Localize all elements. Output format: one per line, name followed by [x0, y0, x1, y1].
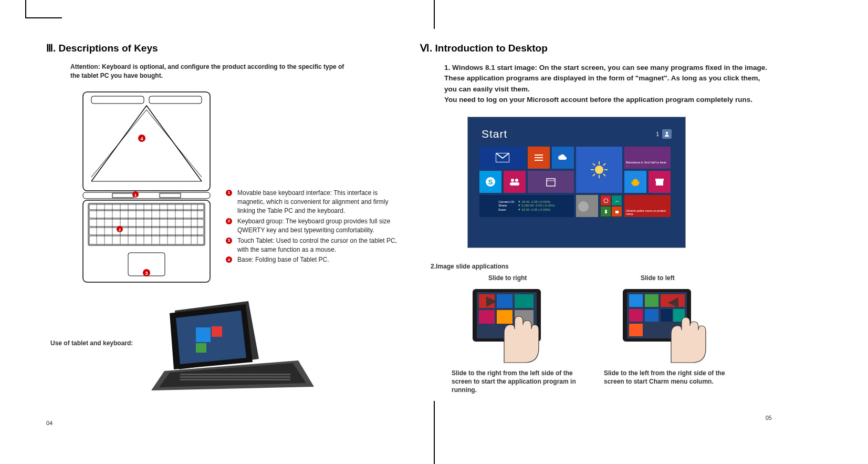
heading-desktop: Ⅵ. Introduction to Desktop [420, 42, 772, 54]
svg-rect-84 [497, 310, 513, 324]
slide-row: Slide to right [467, 274, 772, 395]
svg-rect-13 [89, 204, 204, 210]
tile-sports: Barcelona in 2nd half to beat ... [624, 147, 671, 169]
svg-rect-45 [196, 327, 211, 342]
tile-weather [576, 147, 622, 193]
keyboard-diagram: 4 1 [81, 90, 212, 284]
tile-smalls [600, 195, 622, 217]
start-title: Start [482, 128, 507, 140]
svg-rect-81 [497, 294, 513, 308]
svg-rect-41 [180, 379, 290, 380]
intro-text: 1. Windows 8.1 start image: On the start… [444, 63, 772, 105]
svg-rect-92 [629, 309, 643, 322]
svg-rect-82 [515, 294, 534, 308]
svg-rect-39 [180, 374, 290, 375]
svg-point-70 [578, 201, 589, 212]
svg-point-48 [666, 132, 668, 134]
svg-rect-89 [629, 294, 643, 307]
intro-para1: 1. Windows 8.1 start image: On the start… [444, 64, 767, 93]
svg-rect-15 [89, 219, 204, 226]
svg-rect-1 [91, 96, 144, 104]
svg-rect-17 [89, 236, 204, 244]
user-number: 1 [656, 131, 659, 137]
slide-right-illustration [467, 285, 562, 364]
svg-rect-93 [645, 309, 658, 322]
svg-text:1: 1 [134, 192, 137, 197]
svg-rect-0 [83, 92, 210, 191]
svg-point-60 [595, 166, 603, 174]
page-divider-top [434, 0, 435, 29]
svg-rect-76 [656, 180, 663, 185]
svg-point-73 [605, 210, 607, 212]
legend-1: Movable base keyboard interface: This in… [237, 189, 398, 216]
bullet-2: 2 [226, 218, 232, 224]
crop-mark-top-left [25, 0, 62, 18]
page-number-right: 05 [766, 415, 772, 421]
user-avatar-icon [662, 129, 672, 139]
svg-rect-46 [212, 326, 222, 337]
svg-rect-14 [89, 211, 204, 218]
diagram-legend: 1Movable base keyboard interface: This i… [226, 189, 398, 266]
slide-left-col: Slide to left [620, 274, 735, 395]
svg-text:3: 3 [145, 270, 148, 275]
user-badge: 1 [656, 129, 672, 139]
svg-rect-16 [89, 228, 204, 235]
bullet-4: 4 [226, 256, 232, 263]
tile-ie [624, 171, 646, 193]
tile-finance: Cement ChShareDoon ▼ 18.42 -2.08 (-0.92%… [479, 195, 574, 217]
tile-lines [528, 147, 550, 169]
svg-rect-40 [180, 376, 290, 378]
svg-marker-44 [176, 311, 246, 364]
bullet-3: 3 [226, 238, 232, 244]
tile-grid: S Cement ChShareDoon ▼ 18.42 -2.08 (-0.9… [468, 147, 685, 217]
svg-rect-77 [655, 179, 664, 181]
slide-right-title: Slide to right [488, 274, 583, 282]
legend-2: Keyboard group: The keyboard group provi… [237, 217, 398, 235]
svg-rect-96 [629, 324, 643, 336]
page-right: Ⅵ. Introduction to Desktop 1. Windows 8.… [420, 42, 772, 395]
svg-line-68 [593, 174, 595, 176]
slide-left-caption: Slide to the left from the right side of… [604, 369, 735, 386]
svg-text:S: S [488, 178, 493, 186]
tile-cloud [552, 147, 574, 169]
subsection-2-title: 2.Image slide applications [431, 263, 772, 270]
svg-line-67 [603, 163, 605, 166]
svg-rect-7 [112, 193, 133, 198]
svg-rect-47 [196, 343, 206, 353]
page-number-left: 04 [46, 420, 53, 426]
svg-rect-2 [149, 96, 202, 104]
slide-right-caption: Slide to the right from the left side of… [452, 369, 583, 395]
heading-keys: Ⅲ. Descriptions of Keys [46, 42, 398, 54]
tile-skype: S [479, 171, 501, 193]
page-divider-bottom [434, 401, 435, 464]
legend-4: Base: Folding base of Tablet PC. [237, 255, 329, 264]
slide-left-illustration [620, 285, 714, 364]
tile-photo1 [576, 195, 598, 217]
svg-rect-58 [547, 179, 555, 186]
tile-calendar [528, 171, 574, 193]
tile-news: Ukraine police move on protest camp [624, 195, 671, 217]
bullet-1: 1 [226, 190, 232, 196]
svg-rect-83 [479, 310, 495, 324]
page-left: Ⅲ. Descriptions of Keys Attention: Keybo… [46, 42, 398, 392]
svg-point-71 [604, 199, 608, 203]
svg-text:2: 2 [119, 227, 121, 232]
svg-rect-8 [160, 193, 181, 198]
start-screen: Start 1 S [467, 117, 686, 248]
tile-store [649, 171, 671, 193]
slide-right-col: Slide to right [467, 274, 583, 395]
svg-rect-90 [645, 294, 658, 307]
attention-note: Attention: Keyboard is optional, and con… [70, 63, 349, 80]
usage-label: Use of tablet and keyboard: [50, 339, 133, 347]
svg-line-66 [603, 174, 605, 176]
tablet-keyboard-photo [143, 295, 317, 392]
tile-people [504, 171, 526, 193]
svg-rect-6 [83, 192, 210, 199]
svg-text:4: 4 [140, 136, 143, 141]
intro-para2: You need to log on your Microsoft accoun… [444, 96, 752, 104]
tile-mail [479, 147, 526, 169]
slide-left-title: Slide to left [641, 274, 735, 282]
svg-point-55 [511, 179, 514, 182]
diagram-row: 4 1 [81, 90, 398, 284]
legend-3: Touch Tablet: Used to control the cursor… [237, 236, 398, 255]
